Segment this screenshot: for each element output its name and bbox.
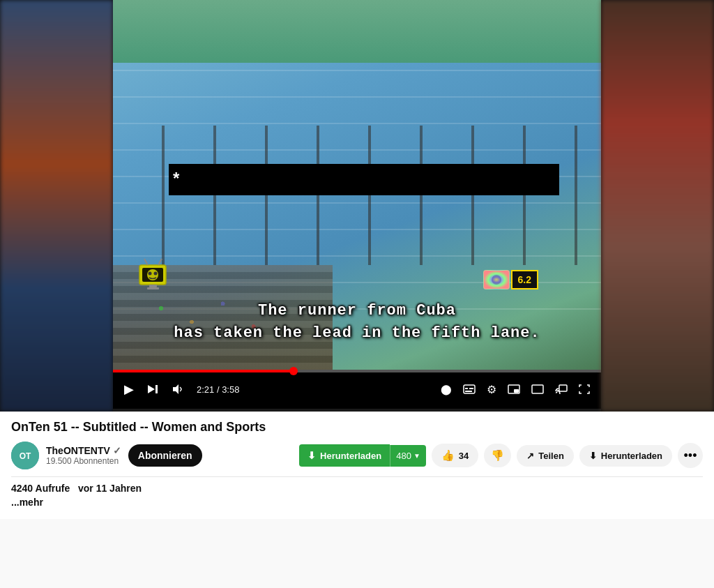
channel-actions: ⬇ Herunterladen 480 ▼ 👍 34 👎 xyxy=(299,443,703,468)
svg-point-10 xyxy=(492,275,501,285)
svg-rect-21 xyxy=(559,385,567,391)
subscribe-button[interactable]: Abonnieren xyxy=(128,444,202,467)
next-button[interactable] xyxy=(144,380,162,398)
sidebar-left xyxy=(0,0,113,412)
svg-rect-16 xyxy=(469,388,473,389)
sidebar-right xyxy=(601,0,714,412)
video-title: OnTen 51 -- Subtitled -- Women and Sport… xyxy=(11,420,703,435)
content-area: OnTen 51 -- Subtitled -- Women and Sport… xyxy=(0,412,714,519)
svg-rect-19 xyxy=(514,389,519,393)
fullscreen-button[interactable] xyxy=(576,382,593,397)
download-action-button[interactable]: ⬇ Herunterladen xyxy=(579,445,672,467)
subtitles-button[interactable] xyxy=(460,382,478,397)
page-wrapper: * xyxy=(0,0,714,588)
subtitle-line1: The runner from Cuba xyxy=(113,302,601,319)
right-controls: ⬤ ⚙ xyxy=(438,380,593,399)
like-count: 34 xyxy=(459,451,469,461)
black-bar xyxy=(169,164,559,195)
channel-name-row: TheONTENTV ✓ xyxy=(46,445,121,456)
tv-logo xyxy=(134,255,172,293)
divider xyxy=(11,476,703,477)
time-ago-text: vor 11 Jahren xyxy=(78,483,142,494)
field-top xyxy=(113,0,601,63)
time-display: 2:21 / 3:58 xyxy=(197,384,239,395)
svg-point-4 xyxy=(154,272,158,276)
progress-filled xyxy=(113,370,294,372)
stats-row: 4240 Aufrufe vor 11 Jahren ...mehr xyxy=(11,483,703,508)
video-player[interactable]: * xyxy=(113,0,601,412)
svg-rect-7 xyxy=(149,285,157,287)
cast-button[interactable] xyxy=(552,382,570,397)
hurdles xyxy=(113,126,601,265)
verified-badge: ✓ xyxy=(113,445,121,456)
channel-row: OT TheONTENTV ✓ 19.500 Abonnenten Abonni… xyxy=(11,442,703,469)
share-label: Teilen xyxy=(538,451,564,461)
volume-button[interactable] xyxy=(169,380,187,398)
svg-rect-8 xyxy=(147,287,159,289)
svg-rect-17 xyxy=(465,391,472,392)
endcard-button[interactable]: ⬤ xyxy=(438,381,455,398)
download-green-button[interactable]: ⬇ Herunterladen xyxy=(299,444,390,467)
view-count-text: 4240 Aufrufe xyxy=(11,483,70,494)
thumbs-up-icon: 👍 xyxy=(441,449,455,462)
channel-avatar[interactable]: OT xyxy=(11,442,39,469)
svg-line-5 xyxy=(144,259,148,265)
download-arrow-icon: ⬇ xyxy=(307,450,316,461)
more-dots-icon: ••• xyxy=(684,448,697,463)
video-section: * xyxy=(0,0,714,412)
download-action-label: Herunterladen xyxy=(601,451,662,461)
dislike-button[interactable]: 👎 xyxy=(484,444,511,467)
more-link[interactable]: ...mehr xyxy=(11,497,703,508)
svg-point-3 xyxy=(149,272,152,276)
asterisk-symbol: * xyxy=(173,169,179,188)
svg-rect-14 xyxy=(464,385,475,393)
theater-button[interactable] xyxy=(529,382,547,397)
score-value: 6.2 xyxy=(511,270,538,289)
like-button[interactable]: 👍 34 xyxy=(432,444,478,467)
channel-info: TheONTENTV ✓ 19.500 Abonnenten xyxy=(46,445,121,466)
view-count: 4240 Aufrufe vor 11 Jahren xyxy=(11,483,703,494)
svg-marker-13 xyxy=(173,384,178,394)
svg-rect-12 xyxy=(155,385,158,393)
miniplayer-button[interactable] xyxy=(505,382,523,397)
score-box: 6.2 xyxy=(483,270,538,289)
thumbs-down-icon: 👎 xyxy=(491,449,504,462)
channel-left: OT TheONTENTV ✓ 19.500 Abonnenten Abonni… xyxy=(11,442,202,469)
quality-label: 480 xyxy=(396,451,411,461)
quality-button[interactable]: 480 ▼ xyxy=(390,445,426,467)
score-logo xyxy=(483,270,510,289)
quality-chevron-icon: ▼ xyxy=(413,452,420,460)
download-split-button: ⬇ Herunterladen 480 ▼ xyxy=(299,444,426,467)
progress-dot xyxy=(289,367,298,375)
more-options-button[interactable]: ••• xyxy=(678,443,703,468)
svg-rect-20 xyxy=(532,385,543,393)
svg-text:OT: OT xyxy=(20,451,31,461)
settings-button[interactable]: ⚙ xyxy=(484,380,499,399)
share-icon: ↗ xyxy=(526,451,534,461)
download-icon: ⬇ xyxy=(589,451,597,461)
controls-bar: ▶ 2:21 / 3:58 xyxy=(113,370,601,409)
subtitle-line2: has taken the lead in the fifth lane. xyxy=(113,324,601,342)
channel-name-text[interactable]: TheONTENTV xyxy=(46,445,110,456)
svg-line-6 xyxy=(158,259,162,265)
progress-bar[interactable] xyxy=(113,370,601,372)
subscriber-count: 19.500 Abonnenten xyxy=(46,456,121,466)
svg-marker-11 xyxy=(148,385,155,393)
share-button[interactable]: ↗ Teilen xyxy=(517,445,574,467)
video-frame[interactable]: * xyxy=(113,0,601,370)
play-button[interactable]: ▶ xyxy=(121,379,137,400)
download-green-label: Herunterladen xyxy=(320,451,381,461)
svg-rect-15 xyxy=(465,388,468,389)
